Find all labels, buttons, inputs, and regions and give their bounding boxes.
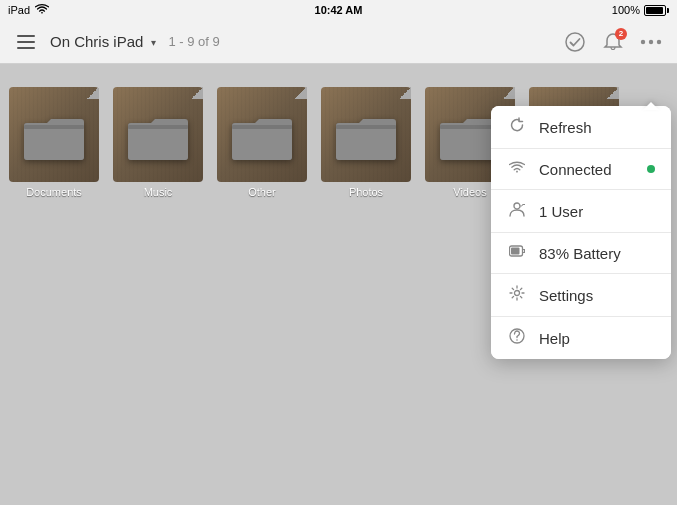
svg-rect-9	[128, 125, 188, 129]
dropdown-item-connected[interactable]: Connected	[491, 149, 671, 190]
folder-thumbnail	[217, 87, 307, 182]
list-item[interactable]: Other	[212, 72, 312, 202]
battery-indicator	[644, 5, 669, 16]
checkmark-button[interactable]	[559, 26, 591, 58]
connected-status-dot	[647, 165, 655, 173]
folder-thumbnail	[9, 87, 99, 182]
wifi-status-icon	[507, 160, 527, 178]
dropdown-arrow	[643, 102, 659, 110]
svg-rect-6	[24, 125, 84, 129]
notification-badge: 2	[615, 28, 627, 40]
battery-percent: 100%	[612, 4, 640, 16]
status-bar: iPad 10:42 AM 100%	[0, 0, 677, 20]
chevron-down-icon[interactable]: ▾	[151, 37, 156, 48]
toolbar-actions: 2	[559, 26, 667, 58]
svg-point-2	[649, 39, 653, 43]
main-area: Documents Music	[0, 64, 677, 505]
svg-point-25	[515, 291, 520, 296]
notification-button[interactable]: 2	[597, 26, 629, 58]
curl-corner	[399, 87, 411, 99]
dropdown-item-user[interactable]: 1 User	[491, 190, 671, 233]
curl-corner	[87, 87, 99, 99]
list-item[interactable]: Documents	[4, 72, 104, 202]
dropdown-menu: Refresh Connected	[491, 106, 671, 359]
file-name: Music	[144, 186, 173, 198]
battery-status-icon	[507, 244, 527, 262]
location-label: On Chris iPad	[50, 33, 143, 50]
user-label: 1 User	[539, 203, 583, 220]
folder-thumbnail	[321, 87, 411, 182]
user-icon	[507, 201, 527, 221]
curl-corner	[295, 87, 307, 99]
file-name: Videos	[453, 186, 486, 198]
svg-rect-14	[336, 125, 396, 160]
svg-rect-11	[232, 125, 292, 160]
refresh-icon	[507, 117, 527, 137]
file-name: Other	[248, 186, 276, 198]
svg-point-0	[566, 33, 584, 51]
list-item[interactable]: Music	[108, 72, 208, 202]
svg-rect-5	[24, 125, 84, 160]
dropdown-item-help[interactable]: Help	[491, 317, 671, 359]
svg-rect-12	[232, 125, 292, 129]
settings-icon	[507, 285, 527, 305]
wifi-icon	[35, 4, 49, 17]
help-icon	[507, 328, 527, 348]
curl-corner	[607, 87, 619, 99]
settings-label: Settings	[539, 287, 593, 304]
curl-corner	[503, 87, 515, 99]
svg-rect-24	[511, 248, 520, 255]
dropdown-item-battery[interactable]: 83% Battery	[491, 233, 671, 274]
curl-corner	[191, 87, 203, 99]
svg-point-1	[641, 39, 645, 43]
folder-thumbnail	[113, 87, 203, 182]
file-name: Documents	[26, 186, 82, 198]
file-name: Photos	[349, 186, 383, 198]
count-label: 1 - 9 of 9	[168, 34, 219, 49]
battery-label: 83% Battery	[539, 245, 621, 262]
help-label: Help	[539, 330, 570, 347]
dropdown-item-refresh[interactable]: Refresh	[491, 106, 671, 149]
svg-point-3	[657, 39, 661, 43]
svg-rect-15	[336, 125, 396, 129]
dropdown-item-settings[interactable]: Settings	[491, 274, 671, 317]
status-time: 10:42 AM	[315, 4, 363, 16]
svg-point-22	[514, 203, 520, 209]
more-button[interactable]	[635, 26, 667, 58]
refresh-label: Refresh	[539, 119, 592, 136]
svg-rect-8	[128, 125, 188, 160]
menu-button[interactable]	[10, 26, 42, 58]
toolbar: On Chris iPad ▾ 1 - 9 of 9 2	[0, 20, 677, 64]
device-label: iPad	[8, 4, 30, 16]
connected-label: Connected	[539, 161, 612, 178]
svg-point-27	[516, 339, 518, 341]
list-item[interactable]: Photos	[316, 72, 416, 202]
